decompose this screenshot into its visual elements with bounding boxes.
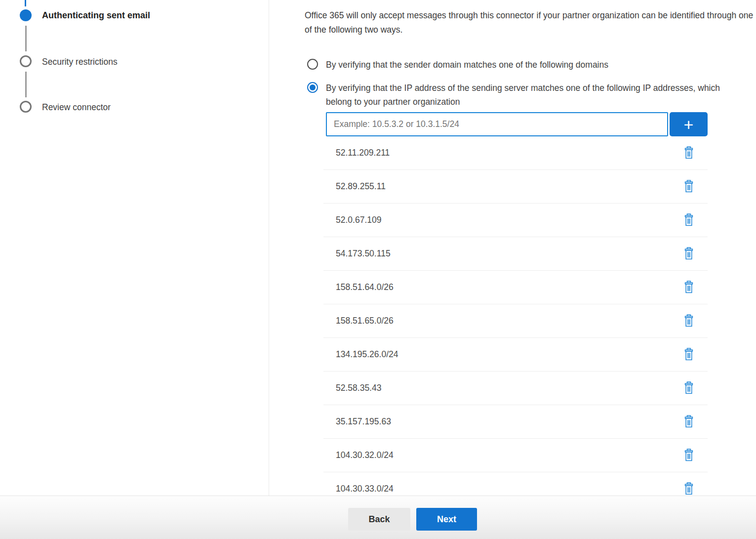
next-button[interactable]: Next <box>416 508 477 531</box>
ip-value: 104.30.33.0/24 <box>336 484 394 494</box>
trash-icon <box>682 381 695 395</box>
radio-selected-icon[interactable] <box>307 82 318 93</box>
add-ip-button[interactable]: + <box>670 112 708 136</box>
ip-value: 158.51.64.0/26 <box>336 282 394 292</box>
ip-row: 134.195.26.0/24 <box>323 338 708 372</box>
ip-value: 104.30.32.0/24 <box>336 450 394 460</box>
trash-icon <box>682 347 695 362</box>
back-button[interactable]: Back <box>348 508 410 531</box>
ip-row: 35.157.195.63 <box>323 405 708 439</box>
ip-row: 54.173.50.115 <box>323 237 708 271</box>
stepper-connector <box>25 26 27 51</box>
ip-row: 104.30.32.0/24 <box>323 439 708 472</box>
trash-icon <box>682 146 695 160</box>
delete-ip-button[interactable] <box>682 347 696 362</box>
trash-icon <box>682 448 695 462</box>
trash-icon <box>682 213 695 227</box>
delete-ip-button[interactable] <box>682 280 696 295</box>
ip-row: 52.11.209.211 <box>323 136 708 170</box>
option-sender-domain[interactable]: By verifying that the sender domain matc… <box>307 58 756 72</box>
ip-value: 52.11.209.211 <box>336 148 390 158</box>
trash-icon <box>682 415 695 429</box>
option-ip-address[interactable]: By verifying that the IP address of the … <box>307 81 756 109</box>
option-sender-domain-label: By verifying that the sender domain matc… <box>326 58 608 72</box>
ip-row: 52.89.255.11 <box>323 170 708 204</box>
delete-ip-button[interactable] <box>682 247 696 261</box>
delete-ip-button[interactable] <box>682 482 696 496</box>
ip-row: 52.58.35.43 <box>323 372 708 405</box>
radio-unselected-icon[interactable] <box>307 59 318 70</box>
delete-ip-button[interactable] <box>682 213 696 228</box>
wizard-content: Office 365 will only accept messages thr… <box>270 0 756 496</box>
ip-row: 104.30.33.0/24 <box>323 472 708 496</box>
delete-ip-button[interactable] <box>682 179 696 194</box>
ip-address-input[interactable] <box>326 112 668 136</box>
ip-value: 52.89.255.11 <box>336 181 386 192</box>
step-indicator-idle-icon <box>20 55 32 67</box>
ip-value: 52.58.35.43 <box>336 383 381 393</box>
ip-row: 158.51.65.0/26 <box>323 304 708 338</box>
option-ip-address-label: By verifying that the IP address of the … <box>326 81 730 109</box>
wizard-footer: Back Next <box>0 496 756 539</box>
page-description: Office 365 will only accept messages thr… <box>305 8 756 37</box>
circle-icon <box>20 101 32 113</box>
delete-ip-button[interactable] <box>682 146 696 161</box>
ip-address-list: 52.11.209.211 52.89.255.11 52.0.67.109 5… <box>323 136 708 496</box>
trash-icon <box>682 280 695 294</box>
circle-icon <box>20 55 32 67</box>
step-indicator-idle-icon <box>20 101 32 113</box>
trash-icon <box>682 247 695 261</box>
ip-row: 52.0.67.109 <box>323 204 708 237</box>
delete-ip-button[interactable] <box>682 314 696 329</box>
step-security-restrictions: Security restrictions <box>42 57 118 67</box>
trash-icon <box>682 314 695 328</box>
delete-ip-button[interactable] <box>682 381 696 396</box>
radio-dot <box>310 84 316 90</box>
ip-value: 134.195.26.0/24 <box>336 349 398 360</box>
trash-icon <box>682 179 695 194</box>
delete-ip-button[interactable] <box>682 415 696 429</box>
stepper-connector <box>25 72 27 97</box>
wizard-steps-panel: Authenticating sent email Security restr… <box>0 0 269 496</box>
step-review-connector: Review connector <box>42 102 111 113</box>
ip-value: 35.157.195.63 <box>336 416 391 427</box>
ip-value: 52.0.67.109 <box>336 215 381 225</box>
ip-value: 158.51.65.0/26 <box>336 316 394 326</box>
step-authenticating-sent-email: Authenticating sent email <box>42 10 150 21</box>
delete-ip-button[interactable] <box>682 448 696 463</box>
stepper-connector-top <box>25 0 26 6</box>
ip-entry-row: + <box>326 112 756 136</box>
ip-row: 158.51.64.0/26 <box>323 271 708 304</box>
step-indicator-active-icon <box>20 9 32 21</box>
ip-value: 54.173.50.115 <box>336 249 391 259</box>
trash-icon <box>682 482 695 496</box>
